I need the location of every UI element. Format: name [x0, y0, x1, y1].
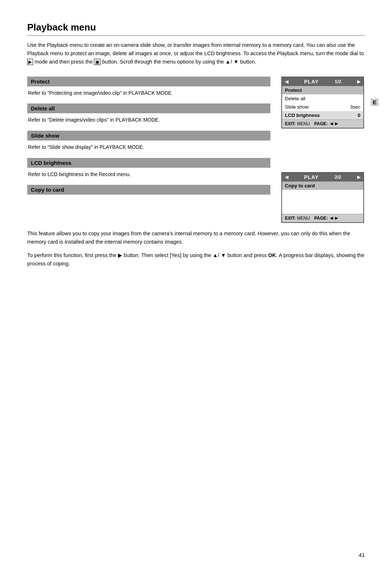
page-title: Playback menu — [27, 22, 365, 36]
lcd2-page: 2/2 — [335, 174, 341, 180]
lcd-panel-1-body: Protect Delete all Slide show 3sec LCD b… — [282, 86, 363, 119]
lcd1-page: 1/2 — [335, 79, 341, 84]
lcd1-row-slideshow: Slide show 3sec — [282, 103, 363, 111]
lcd-panel-1-header: ◀ PLAY 1/2 ▶ — [282, 77, 363, 86]
lcd1-exit-label: EXIT: — [285, 121, 295, 126]
e-marker: E — [371, 98, 379, 106]
intro-paragraph: Use the Playback menu to create an on-ca… — [27, 41, 365, 66]
lcd1-right-arrow: ▶ — [357, 79, 360, 84]
delete-all-heading: Delete all — [27, 103, 270, 113]
lcd1-slideshow-value: 3sec — [350, 104, 360, 110]
lcd1-row-delete: Delete all — [282, 94, 363, 103]
lcd2-copy-label: Copy to card — [285, 183, 315, 188]
lcd1-lcd-value: 0 — [358, 113, 360, 118]
slide-show-desc: Refer to "Slide show display" in PLAYBAC… — [27, 143, 270, 151]
lcd1-nav-right: ▶ — [335, 121, 338, 126]
lcd1-slideshow-label: Slide show — [285, 104, 309, 110]
lcd1-nav-left: ◀ — [330, 121, 333, 126]
lcd-panel-2: ◀ PLAY 2/2 ▶ Copy to card EXIT: MENU PAG… — [281, 172, 364, 223]
lcd1-lcd-label: LCD brighness — [285, 113, 320, 118]
bottom-para-1: This feature allows you to copy your ima… — [27, 229, 365, 246]
lcd2-left-arrow: ◀ — [285, 175, 288, 180]
lcd-panel-2-header: ◀ PLAY 2/2 ▶ — [282, 173, 363, 182]
lcd1-protect-label: Protect — [285, 87, 302, 93]
slide-show-heading: Slide show — [27, 131, 270, 141]
lcd2-page-word: PAGE: — [314, 216, 328, 221]
protect-desc: Refer to "Protecting one image/video cli… — [27, 89, 270, 97]
lcd1-page-word: PAGE: — [314, 121, 328, 126]
lcd-panel-1-footer: EXIT: MENU PAGE: ◀ ▶ — [282, 119, 363, 128]
page-number: 41 — [359, 552, 365, 558]
content-area: Protect Refer to "Protecting one image/v… — [27, 77, 365, 223]
right-column: ◀ PLAY 1/2 ▶ Protect Delete all Sli — [281, 77, 365, 223]
lcd-panel-1-container: ◀ PLAY 1/2 ▶ Protect Delete all Sli — [281, 77, 365, 129]
lcd1-title: PLAY — [304, 79, 319, 85]
delete-all-desc: Refer to "Delete images/video clips" in … — [27, 116, 270, 124]
lcd2-nav-left: ◀ — [330, 216, 333, 220]
left-column: Protect Refer to "Protecting one image/v… — [27, 77, 270, 223]
bottom-text: This feature allows you to copy your ima… — [27, 229, 365, 268]
lcd1-row-lcd: LCD brighness 0 — [282, 111, 363, 119]
lcd2-nav-right: ▶ — [335, 216, 338, 220]
lcd1-menu-word: MENU — [297, 121, 310, 126]
lcd2-exit-label: EXIT: — [285, 216, 295, 221]
lcd2-right-arrow: ▶ — [357, 175, 360, 180]
bottom-para-2: To perform this function, first press th… — [27, 251, 365, 268]
lcd-panel-2-body: Copy to card — [282, 182, 363, 214]
lcd-panel-2-footer: EXIT: MENU PAGE: ◀ ▶ — [282, 214, 363, 222]
lcd1-left-arrow: ◀ — [285, 79, 288, 84]
lcd-brightness-heading: LCD brightness — [27, 158, 270, 168]
lcd2-title: PLAY — [304, 174, 319, 180]
lcd2-row-copy: Copy to card — [282, 182, 363, 190]
spacer — [281, 136, 365, 165]
lcd2-menu-word: MENU — [297, 216, 310, 221]
lcd2-row-empty2 — [282, 198, 363, 206]
lcd1-delete-label: Delete all — [285, 96, 305, 101]
lcd1-row-protect: Protect — [282, 86, 363, 94]
lcd2-row-empty3 — [282, 206, 363, 214]
copy-to-card-heading: Copy to card — [27, 185, 270, 195]
lcd2-row-empty1 — [282, 190, 363, 198]
protect-heading: Protect — [27, 77, 270, 86]
lcd-panel-1: ◀ PLAY 1/2 ▶ Protect Delete all Sli — [281, 77, 364, 129]
lcd-brightness-desc: Refer to LCD birightness in the Record m… — [27, 171, 270, 179]
